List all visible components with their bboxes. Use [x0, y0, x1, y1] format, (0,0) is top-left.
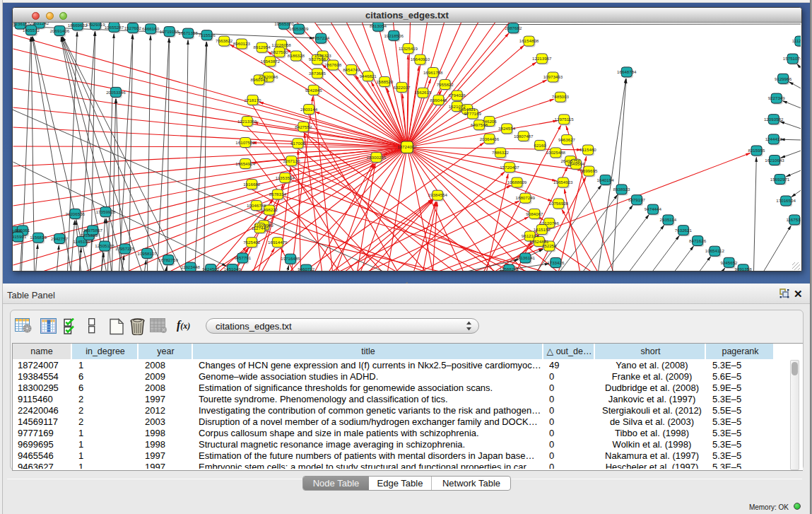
svg-text:1145194: 1145194: [73, 239, 90, 244]
svg-text:10756928: 10756928: [549, 201, 569, 206]
svg-text:16961758: 16961758: [423, 70, 443, 75]
svg-text:9084067: 9084067: [526, 211, 543, 216]
svg-text:15751074: 15751074: [783, 56, 801, 61]
svg-text:9245652: 9245652: [720, 260, 738, 265]
svg-text:3915901: 3915901: [13, 234, 27, 239]
svg-text:19654923: 19654923: [553, 180, 573, 185]
svg-text:9457791: 9457791: [234, 255, 252, 260]
svg-text:8454749: 8454749: [343, 67, 360, 72]
svg-text:8186328: 8186328: [288, 53, 305, 58]
svg-text:1562615: 1562615: [414, 90, 432, 95]
svg-text:9699695: 9699695: [580, 168, 598, 173]
svg-text:18807249: 18807249: [516, 195, 536, 200]
svg-text:1640194: 1640194: [597, 177, 615, 182]
svg-text:16782759: 16782759: [158, 257, 178, 262]
svg-text:15720407: 15720407: [500, 165, 519, 170]
svg-text:10654112: 10654112: [705, 248, 725, 253]
svg-text:8912954: 8912954: [254, 45, 271, 49]
svg-text:8960943: 8960943: [251, 77, 269, 82]
svg-text:10655287: 10655287: [105, 25, 124, 30]
svg-text:20053346: 20053346: [106, 90, 126, 95]
svg-text:617006: 617006: [290, 141, 305, 146]
svg-text:10958107: 10958107: [137, 251, 157, 256]
svg-text:8990448: 8990448: [430, 98, 447, 103]
svg-text:9827500: 9827500: [271, 49, 288, 54]
svg-text:3267130: 3267130: [283, 158, 300, 163]
svg-text:14136141: 14136141: [516, 255, 536, 260]
svg-text:16914479: 16914479: [268, 240, 288, 245]
svg-text:2942757: 2942757: [51, 236, 69, 241]
svg-text:12505135: 12505135: [95, 243, 114, 248]
svg-text:252254: 252254: [542, 243, 557, 248]
svg-text:1498222: 1498222: [261, 207, 278, 212]
svg-text:7625402: 7625402: [243, 240, 261, 245]
svg-text:39975867: 39975867: [83, 228, 102, 233]
svg-text:2867608: 2867608: [324, 62, 342, 67]
svg-text:10120746: 10120746: [539, 221, 559, 226]
svg-text:10688609: 10688609: [507, 180, 527, 185]
svg-text:12213967: 12213967: [532, 56, 552, 61]
svg-text:7515526: 7515526: [199, 33, 216, 37]
svg-text:16671355: 16671355: [178, 30, 198, 35]
svg-text:9227349: 9227349: [768, 95, 786, 100]
svg-text:62160: 62160: [534, 143, 546, 148]
svg-text:20206536: 20206536: [66, 211, 86, 216]
svg-text:20691406: 20691406: [50, 28, 70, 33]
svg-text:1615152: 1615152: [534, 227, 551, 232]
svg-text:19654924: 19654924: [235, 161, 255, 166]
svg-text:8215955: 8215955: [748, 148, 765, 153]
svg-text:6879197: 6879197: [628, 197, 646, 202]
svg-text:16648784: 16648784: [617, 69, 637, 74]
svg-text:12975115: 12975115: [555, 117, 575, 122]
svg-text:3824554: 3824554: [498, 126, 516, 131]
svg-text:10973493: 10973493: [543, 74, 563, 79]
svg-text:8938923: 8938923: [613, 187, 630, 192]
svg-text:8678334: 8678334: [269, 192, 287, 197]
svg-text:1451049: 1451049: [224, 267, 242, 271]
svg-text:8427552: 8427552: [295, 124, 312, 129]
svg-text:16154808: 16154808: [519, 38, 539, 43]
svg-text:7663822: 7663822: [216, 38, 233, 43]
svg-text:17957225: 17957225: [115, 246, 135, 251]
svg-text:12226058: 12226058: [271, 42, 291, 47]
svg-text:9327508: 9327508: [309, 57, 326, 62]
svg-text:9115460: 9115460: [579, 147, 596, 152]
svg-text:20364436: 20364436: [480, 136, 500, 141]
svg-text:6322037: 6322037: [393, 85, 411, 90]
svg-text:1733426: 1733426: [547, 260, 565, 265]
svg-text:18724007: 18724007: [397, 144, 417, 149]
svg-text:16210643: 16210643: [765, 158, 784, 163]
svg-text:7857224: 7857224: [312, 35, 330, 40]
svg-text:2718170: 2718170: [244, 98, 261, 103]
svg-text:6466160: 6466160: [142, 26, 160, 31]
svg-text:1127447: 1127447: [252, 226, 269, 230]
svg-text:11325419: 11325419: [399, 46, 418, 51]
svg-text:8960123: 8960123: [233, 41, 251, 46]
svg-text:1527602: 1527602: [124, 25, 142, 30]
svg-text:9424502: 9424502: [202, 267, 220, 271]
svg-text:2649564: 2649564: [567, 161, 585, 166]
svg-text:16236157: 16236157: [13, 23, 30, 26]
svg-text:7955822: 7955822: [437, 82, 454, 87]
svg-text:16107552: 16107552: [235, 140, 255, 145]
svg-text:7632621: 7632621: [675, 228, 693, 233]
svg-text:11353594: 11353594: [276, 175, 295, 180]
svg-text:19218506: 19218506: [384, 33, 404, 38]
svg-text:7886322: 7886322: [492, 150, 510, 155]
svg-text:9460712: 9460712: [298, 267, 315, 271]
svg-text:10807487: 10807487: [514, 134, 534, 139]
svg-text:7851325: 7851325: [81, 233, 98, 238]
svg-text:10025488: 10025488: [546, 150, 566, 155]
svg-text:20531242: 20531242: [30, 23, 49, 25]
svg-text:12213369: 12213369: [237, 119, 257, 124]
svg-text:19384554: 19384554: [428, 192, 447, 197]
svg-text:6497568: 6497568: [471, 122, 488, 127]
svg-text:12093582: 12093582: [764, 117, 784, 122]
svg-text:17359928: 17359928: [96, 209, 116, 214]
svg-text:9891358: 9891358: [735, 267, 753, 271]
svg-text:9129966: 9129966: [775, 76, 792, 81]
svg-text:10588245: 10588245: [500, 267, 519, 271]
svg-text:9474444: 9474444: [645, 206, 662, 211]
svg-text:9612104: 9612104: [522, 233, 539, 238]
svg-text:16053809: 16053809: [289, 26, 309, 31]
